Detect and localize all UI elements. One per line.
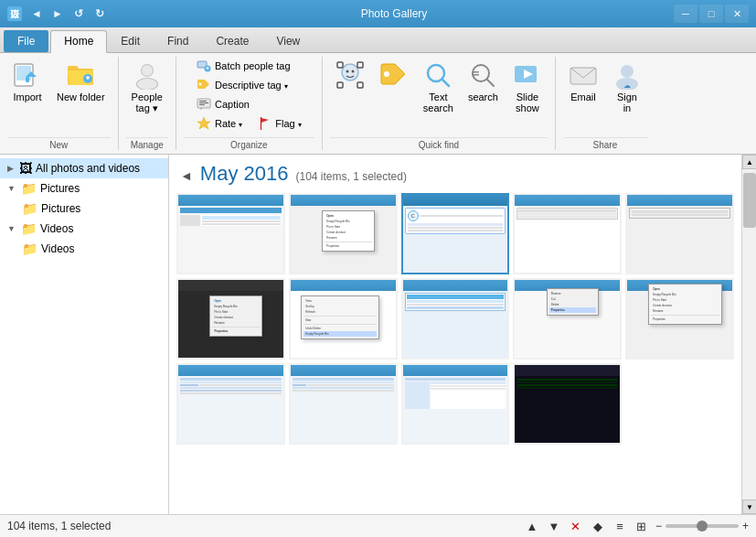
photo-grid: Open Empty Recycle Bin Pin to Start Crea… xyxy=(176,193,734,445)
photo-thumb-8[interactable] xyxy=(401,278,510,360)
photo-thumb-9[interactable]: Restore Cut Delete Properties xyxy=(513,278,622,360)
search-icon xyxy=(468,60,497,90)
photo-thumb-5[interactable] xyxy=(625,193,734,274)
photo-thumb-4[interactable] xyxy=(513,193,622,274)
status-icon-grid[interactable]: ⊞ xyxy=(634,518,650,534)
tab-find[interactable]: Find xyxy=(154,30,202,52)
import-button[interactable]: Import xyxy=(7,57,48,106)
maximize-button[interactable]: □ xyxy=(699,5,723,23)
tab-home[interactable]: Home xyxy=(50,30,107,53)
quick-access-toolbar: ◄ ► ↺ ↻ xyxy=(27,5,109,23)
flag-label: Flag ▾ xyxy=(275,118,301,129)
pictures-folder-icon: 📁 xyxy=(21,181,37,196)
status-icon-1[interactable]: ▲ xyxy=(524,518,540,534)
tab-file[interactable]: File xyxy=(4,30,48,52)
zoom-slider[interactable] xyxy=(665,524,739,528)
batch-people-tag-icon xyxy=(197,59,211,73)
sidebar-item-pictures[interactable]: ▼ 📁 Pictures xyxy=(0,178,168,199)
tab-edit[interactable]: Edit xyxy=(107,30,154,52)
descriptive-tag-button[interactable]: Descriptive tag ▾ xyxy=(193,76,292,94)
photo-thumb-12[interactable] xyxy=(289,363,398,445)
sidebar-item-videos-sub[interactable]: 📁 Videos xyxy=(0,239,168,259)
scrollbar[interactable]: ▲ ▼ xyxy=(741,155,756,514)
scroll-up-btn[interactable]: ▲ xyxy=(742,155,756,169)
tab-create[interactable]: Create xyxy=(202,30,262,52)
photo-thumb-7[interactable]: View Sort by Refresh New Undo Delete Emp… xyxy=(289,278,398,360)
sidebar-item-all-photos[interactable]: ▶ 🖼 All photos and videos xyxy=(0,158,168,178)
new-folder-button[interactable]: New folder xyxy=(51,57,111,106)
tag-find-button[interactable] xyxy=(374,57,414,93)
zoom-thumb[interactable] xyxy=(697,521,708,532)
svg-point-23 xyxy=(342,64,358,81)
svg-marker-20 xyxy=(200,108,202,110)
photo-thumb-3[interactable]: C xyxy=(401,193,510,274)
slide-show-label: Slideshow xyxy=(516,91,539,113)
rate-button[interactable]: Rate ▾ xyxy=(193,114,246,133)
zoom-control: − + xyxy=(655,520,749,532)
scroll-down-btn[interactable]: ▼ xyxy=(742,499,756,514)
svg-point-10 xyxy=(137,79,157,90)
ribbon-group-new: Import New folder New xyxy=(0,57,119,150)
window-title: Photo Gallery xyxy=(114,7,674,20)
back-button[interactable]: ◄ xyxy=(27,5,46,23)
face-find-button[interactable] xyxy=(330,57,370,93)
new-group-label: New xyxy=(7,137,111,150)
photo-thumb-10[interactable]: Open Empty Recycle Bin Pin to Start Crea… xyxy=(625,278,734,360)
zoom-plus[interactable]: + xyxy=(742,520,749,532)
status-bar: 104 items, 1 selected ▲ ▼ ✕ ◆ ≡ ⊞ − + xyxy=(0,514,756,537)
scroll-thumb[interactable] xyxy=(743,173,756,228)
status-icon-list[interactable]: ≡ xyxy=(612,518,628,534)
photo-thumb-11[interactable] xyxy=(176,363,285,445)
photo-thumb-1[interactable] xyxy=(176,193,285,274)
batch-people-tag-button[interactable]: Batch people tag xyxy=(193,57,294,75)
slide-show-button[interactable]: Slideshow xyxy=(507,57,548,117)
item-count: (104 items, 1 selected) xyxy=(295,170,406,183)
photo-thumb-6[interactable]: Open Empty Recycle Bin Pin to Start Crea… xyxy=(176,278,285,360)
rate-flag-row: Rate ▾ Flag ▾ xyxy=(193,114,305,133)
email-button[interactable]: Email xyxy=(563,57,603,106)
photo-thumb-13[interactable] xyxy=(401,363,510,445)
sign-in-button[interactable]: ☁ Signin xyxy=(607,57,647,117)
svg-point-40 xyxy=(621,65,634,78)
text-search-button[interactable]: Textsearch xyxy=(418,57,459,117)
sidebar-item-videos[interactable]: ▼ 📁 Videos xyxy=(0,219,168,239)
manage-group-label: Manage xyxy=(126,137,168,150)
redo-button[interactable]: ↻ xyxy=(91,5,109,23)
close-button[interactable]: ✕ xyxy=(725,5,749,23)
ribbon-group-quick-find: Textsearch search xyxy=(323,57,556,150)
people-tag-button[interactable]: Peopletag ▾ xyxy=(126,57,168,118)
rate-icon xyxy=(197,116,211,131)
organize-group-label: Organize xyxy=(184,137,314,150)
forward-button[interactable]: ► xyxy=(48,5,67,23)
photo-thumb-2[interactable]: Open Empty Recycle Bin Pin to Start Crea… xyxy=(289,193,398,274)
svg-rect-29 xyxy=(357,82,363,88)
svg-rect-28 xyxy=(337,82,343,88)
zoom-minus[interactable]: − xyxy=(655,520,662,532)
content-area[interactable]: ◄ May 2016 (104 items, 1 selected) xyxy=(169,155,741,514)
search-button[interactable]: search xyxy=(463,57,504,106)
tab-view[interactable]: View xyxy=(262,30,314,52)
videos-sub-label: Videos xyxy=(41,242,74,255)
svg-rect-3 xyxy=(26,77,29,82)
organize-group-items: Batch people tag Descriptive tag ▾ xyxy=(193,57,305,137)
status-icon-x[interactable]: ✕ xyxy=(568,518,584,534)
sidebar-item-pictures-sub[interactable]: 📁 Pictures xyxy=(0,199,168,219)
undo-button[interactable]: ↺ xyxy=(69,5,88,23)
content-header: ◄ May 2016 (104 items, 1 selected) xyxy=(176,162,734,186)
status-icon-2[interactable]: ▼ xyxy=(546,518,562,534)
descriptive-tag-label: Descriptive tag ▾ xyxy=(215,80,288,91)
status-right: ▲ ▼ ✕ ◆ ≡ ⊞ − + xyxy=(524,518,749,534)
photo-thumb-14[interactable] xyxy=(513,363,622,445)
import-icon xyxy=(13,60,42,90)
status-icon-diamond[interactable]: ◆ xyxy=(590,518,606,534)
caption-icon xyxy=(197,97,211,112)
svg-point-25 xyxy=(351,70,354,73)
svg-rect-27 xyxy=(357,62,363,68)
all-photos-label: All photos and videos xyxy=(36,162,140,175)
slide-show-icon xyxy=(513,60,542,90)
new-folder-label: New folder xyxy=(57,91,105,102)
caption-button[interactable]: Caption xyxy=(193,95,253,113)
flag-button[interactable]: Flag ▾ xyxy=(253,114,304,133)
face-find-icon xyxy=(335,60,365,90)
minimize-button[interactable]: ─ xyxy=(674,5,697,23)
